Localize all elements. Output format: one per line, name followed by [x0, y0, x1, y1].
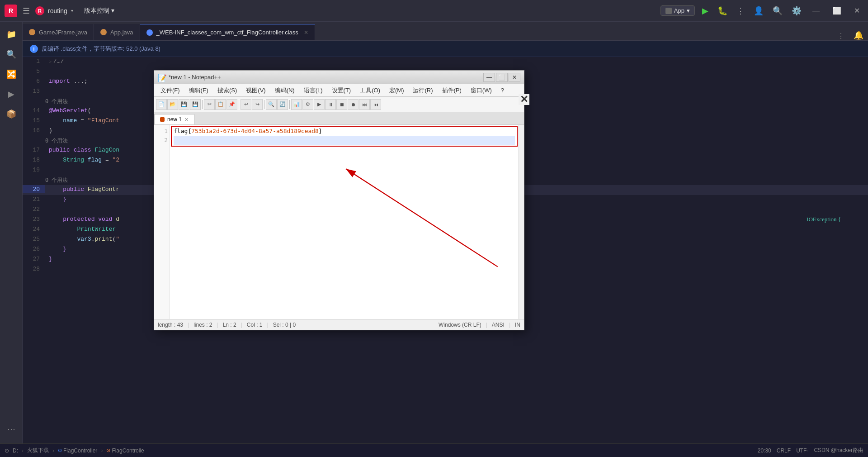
user-icon[interactable]: 👤: [752, 4, 765, 18]
search-icon[interactable]: 🔍: [771, 4, 784, 18]
notepad-line-num-1: 1: [156, 127, 168, 136]
notepad-line-numbers: 1 2: [154, 125, 170, 319]
menu-language[interactable]: 语言(L): [299, 85, 327, 96]
debug-icon[interactable]: 🐛: [716, 4, 729, 18]
toolbar-save[interactable]: 💾: [179, 99, 189, 110]
menu-window[interactable]: 窗口(W): [466, 85, 496, 96]
notepad-tab-new1[interactable]: new 1 ✕: [154, 114, 194, 124]
toolbar-btn11[interactable]: ⏭: [359, 99, 370, 110]
line-num-18: 18: [23, 156, 45, 163]
sidebar-plugins-icon[interactable]: 📦: [3, 106, 19, 122]
tab-icon-appjava: [100, 29, 107, 35]
tab-label-gamejframe: GameJFrame.java: [39, 29, 87, 36]
npp-status-length: length : 43: [158, 322, 183, 328]
more-options-icon[interactable]: ⋮: [735, 4, 746, 18]
toolbar-new[interactable]: 📄: [156, 99, 167, 110]
line-num-22: 22: [23, 205, 45, 213]
npp-status-col: Col : 1: [247, 322, 263, 328]
toolbar-redo[interactable]: ↪: [252, 99, 263, 110]
menu-file[interactable]: 文件(F): [156, 85, 184, 96]
notepad-code-area[interactable]: flag{753b1a2d-673d-4d04-8a57-a58d189cead…: [170, 125, 519, 147]
notepad-scrollbar[interactable]: [519, 125, 524, 319]
flag-text-start: flag{: [174, 128, 191, 134]
notepad-line-num-2: 2: [156, 136, 168, 145]
close-button[interactable]: ✕: [850, 5, 863, 17]
tab-gamejframe[interactable]: GameJFrame.java: [23, 24, 94, 40]
status-bar: ⊙ D: › 火狐下载 › ⊙ FlagController › ⊙ FlagC…: [0, 443, 868, 457]
info-bar: i 反编译 .class文件，字节码版本: 52.0 (Java 8): [23, 41, 868, 57]
toolbar-btn12[interactable]: ⏮: [370, 99, 381, 110]
notepad-editor[interactable]: 1 2 flag{753b1a2d-673d-4d04-8a57-a58d189…: [154, 125, 524, 319]
menu-help[interactable]: ?: [496, 85, 509, 95]
toolbar-replace[interactable]: 🔄: [277, 99, 288, 110]
tab-flagcontroller[interactable]: _WEB-INF_classes_com_wm_ctf_FlagControll…: [140, 24, 315, 40]
toolbar-sep2: [239, 100, 239, 109]
settings-icon[interactable]: ⚙️: [790, 4, 803, 18]
menu-edit[interactable]: 编辑(E): [184, 85, 213, 96]
sidebar-git-icon[interactable]: 🔀: [3, 66, 19, 82]
toolbar-btn10[interactable]: ⏺: [348, 99, 359, 110]
version-control-label[interactable]: 版本控制 ▾: [84, 7, 114, 15]
toolbar-btn8[interactable]: ⏸: [325, 99, 336, 110]
menu-run[interactable]: 运行(R): [408, 85, 437, 96]
toolbar-find[interactable]: 🔍: [266, 99, 277, 110]
notepad-minimize-button[interactable]: —: [483, 73, 495, 82]
toolbar-btn9[interactable]: ⏹: [336, 99, 347, 110]
sidebar-folder-icon[interactable]: 📁: [3, 26, 19, 43]
left-sidebar: 📁 🔍 🔀 ▶ 📦 ⋯ ⚠️: [0, 22, 23, 457]
notepad-tab-bar: new 1 ✕: [154, 112, 524, 125]
toolbar-paste[interactable]: 📌: [226, 99, 237, 110]
menu-view[interactable]: 视图(V): [241, 85, 270, 96]
notepad-x-overlay-button[interactable]: ✕: [519, 94, 529, 105]
notepad-code-wrapper: flag{753b1a2d-673d-4d04-8a57-a58d189cead…: [170, 125, 519, 319]
menu-plugins[interactable]: 插件(P): [438, 85, 466, 96]
maximize-button[interactable]: ⬜: [829, 5, 845, 17]
menu-tools[interactable]: 工具(O): [355, 85, 385, 96]
status-flagcontroller-label: FlagController: [63, 447, 97, 454]
menu-settings[interactable]: 设置(T): [327, 85, 356, 96]
tab-appjava[interactable]: App.java: [94, 24, 140, 40]
notepad-tab-close[interactable]: ✕: [184, 117, 189, 123]
menu-encode[interactable]: 编码(N): [270, 85, 299, 96]
tab-more-button[interactable]: ⋮: [833, 32, 849, 40]
app-button[interactable]: App ▾: [660, 5, 695, 16]
notepad-tab-label: new 1: [167, 116, 182, 123]
npp-status-encoding: ANSI: [492, 322, 505, 328]
npp-status-ln: Ln : 2: [223, 322, 236, 328]
project-dropdown-arrow[interactable]: ▾: [71, 8, 73, 13]
menu-macro[interactable]: 宏(M): [385, 85, 409, 96]
run-icon[interactable]: ▶: [700, 4, 710, 18]
sidebar-search-icon[interactable]: 🔍: [3, 46, 19, 62]
code-line-1: 1 ▷/…/: [23, 57, 868, 67]
notepad-maximize-button[interactable]: ⬜: [496, 73, 508, 82]
hamburger-icon[interactable]: ☰: [21, 4, 32, 18]
tab-close-flagcontroller[interactable]: ✕: [304, 29, 308, 36]
toolbar-btn5[interactable]: 📊: [291, 99, 302, 110]
notepad-close-button[interactable]: ✕: [509, 73, 520, 82]
status-csdn: CSDN @hacker路由: [814, 447, 863, 454]
minimize-button[interactable]: —: [809, 5, 823, 17]
toolbar-undo[interactable]: ↩: [241, 99, 251, 110]
line-content-1: ▷/…/: [45, 57, 868, 65]
line-num-15: 15: [23, 116, 45, 124]
status-breadcrumb-fox: 火狐下载: [27, 447, 49, 454]
flag-sep3: -: [255, 128, 259, 134]
sidebar-more-icon[interactable]: ⋯: [3, 421, 19, 437]
toolbar-open[interactable]: 📂: [167, 99, 178, 110]
line-num-6: 6: [23, 77, 45, 85]
notification-bell-icon[interactable]: 🔔: [849, 30, 868, 40]
breadcrumb-sep1: ›: [22, 447, 24, 454]
notepad-cursor-line: [174, 136, 515, 145]
notepad-menu-bar: 文件(F) 编辑(E) 搜索(S) 视图(V) 编码(N) 语言(L) 设置(T…: [154, 84, 524, 97]
notepad-content: 1 2 flag{753b1a2d-673d-4d04-8a57-a58d189…: [154, 125, 524, 319]
toolbar-cut[interactable]: ✂: [204, 99, 215, 110]
menu-search[interactable]: 搜索(S): [213, 85, 241, 96]
toolbar-copy[interactable]: 📋: [215, 99, 226, 110]
flag-uuid-1: 753b1a2d: [191, 128, 220, 134]
sidebar-run-icon[interactable]: ▶: [3, 86, 19, 102]
npp-status-eol: Windows (CR LF): [439, 322, 481, 328]
toolbar-btn7[interactable]: ▶: [314, 99, 325, 110]
toolbar-saveall[interactable]: 💾: [190, 99, 201, 110]
line-num-27: 27: [23, 255, 45, 262]
toolbar-btn6[interactable]: ⚙: [302, 99, 313, 110]
